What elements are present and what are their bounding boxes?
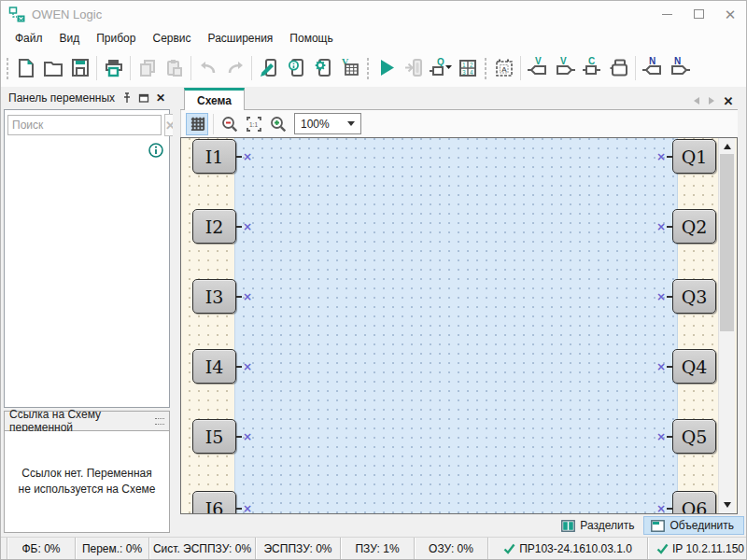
- network-input-button[interactable]: N: [639, 54, 666, 82]
- toolbar-drag-handle[interactable]: [6, 57, 9, 79]
- input-block[interactable]: I4: [192, 349, 236, 384]
- copy-button[interactable]: [134, 54, 161, 82]
- maximize-button[interactable]: [683, 2, 714, 26]
- input-block[interactable]: I2: [192, 209, 236, 244]
- title-bar: OWEN Logic ✕: [1, 1, 746, 27]
- print-button[interactable]: [100, 54, 127, 82]
- undo-button[interactable]: [194, 54, 221, 82]
- schema-grid-area[interactable]: [234, 138, 678, 513]
- output-block[interactable]: Q5: [672, 419, 716, 454]
- output-block[interactable]: Q4: [672, 349, 716, 384]
- panel-close-icon[interactable]: ✕: [152, 90, 169, 106]
- tab-scroll-left-icon[interactable]: [689, 92, 704, 109]
- zoom-reset-button[interactable]: 1:1: [243, 113, 265, 135]
- input-variable-button[interactable]: V: [524, 54, 551, 82]
- redo-button[interactable]: [221, 54, 248, 82]
- paste-button[interactable]: [161, 54, 188, 82]
- menu-view[interactable]: Вид: [51, 29, 89, 48]
- online-edit-button[interactable]: [255, 54, 282, 82]
- menu-help[interactable]: Помощь: [281, 29, 341, 48]
- zoom-out-button[interactable]: [218, 113, 241, 135]
- variables-list-empty-area[interactable]: [5, 161, 169, 407]
- new-project-button[interactable]: [12, 54, 39, 82]
- menu-extensions[interactable]: Расширения: [200, 29, 282, 48]
- main-toolbar: V Q 1234 A V V C N N: [1, 49, 746, 87]
- connection-point-icon[interactable]: ×: [655, 503, 667, 514]
- minimize-button[interactable]: [651, 2, 683, 26]
- output-block[interactable]: Q2: [672, 209, 716, 244]
- device-io-button[interactable]: [605, 54, 632, 82]
- output-block[interactable]: Q3: [672, 279, 716, 314]
- menu-device[interactable]: Прибор: [88, 29, 144, 48]
- toolbar-drag-handle[interactable]: [366, 57, 370, 79]
- svg-text:3: 3: [462, 69, 466, 76]
- status-cell: Перем.: 0%: [76, 538, 149, 559]
- connection-point-icon[interactable]: ×: [242, 151, 253, 162]
- zoom-out-icon: [220, 115, 239, 133]
- search-input[interactable]: [7, 115, 162, 135]
- connection-point-icon[interactable]: ×: [242, 361, 253, 372]
- canvas-scrollbar[interactable]: [718, 138, 735, 513]
- connection-point-icon[interactable]: ×: [242, 291, 253, 302]
- svg-text:N: N: [649, 57, 655, 66]
- device-settings-button[interactable]: [309, 54, 336, 82]
- tab-scroll-right-icon[interactable]: [704, 92, 719, 109]
- app-window: OWEN Logic ✕ ФайлВидПриборСервисРасширен…: [1, 1, 746, 559]
- constant-block-button[interactable]: C: [578, 54, 605, 82]
- io-row-input: I1×: [192, 139, 253, 174]
- input-block[interactable]: I5: [192, 419, 236, 454]
- zoom-in-button[interactable]: [267, 113, 289, 135]
- split-view-button[interactable]: Разделить: [555, 516, 643, 535]
- split-view-icon: [561, 520, 575, 532]
- connection-point-icon[interactable]: ×: [655, 291, 667, 302]
- panel-splitter[interactable]: [173, 87, 180, 537]
- output-block-menu-button[interactable]: Q: [427, 54, 454, 82]
- connection-point-icon[interactable]: ×: [242, 221, 253, 232]
- zoom-level-select[interactable]: 100%: [294, 113, 361, 134]
- run-simulation-button[interactable]: [373, 54, 400, 82]
- tab-schema[interactable]: Схема: [184, 88, 245, 110]
- connection-point-icon[interactable]: ×: [655, 431, 667, 442]
- close-button[interactable]: ✕: [714, 2, 746, 26]
- save-icon: [69, 57, 92, 79]
- pin-icon[interactable]: [119, 90, 135, 106]
- toggle-grid-button[interactable]: [186, 113, 208, 135]
- paste-icon: [163, 57, 186, 79]
- info-icon[interactable]: [148, 142, 164, 161]
- schedule-button[interactable]: A: [490, 54, 517, 82]
- menu-service[interactable]: Сервис: [144, 29, 199, 48]
- svg-text:C: C: [588, 57, 595, 66]
- connection-point-icon[interactable]: ×: [242, 431, 253, 442]
- menu-bar: ФайлВидПриборСервисРасширенияПомощь: [1, 27, 746, 49]
- open-project-button[interactable]: [39, 54, 66, 82]
- output-block[interactable]: Q1: [672, 139, 716, 174]
- reference-panel-grip[interactable]: [155, 418, 164, 425]
- save-project-button[interactable]: [66, 54, 93, 82]
- input-block[interactable]: I1: [192, 139, 236, 174]
- connection-point-icon[interactable]: ×: [655, 221, 667, 232]
- connection-point-icon[interactable]: ×: [242, 503, 253, 514]
- merge-view-button[interactable]: Объединить: [643, 516, 744, 535]
- network-output-button[interactable]: N: [666, 54, 693, 82]
- values-format-button[interactable]: 1234: [454, 54, 481, 82]
- connection-point-icon[interactable]: ×: [655, 361, 667, 372]
- schema-canvas[interactable]: I1×I2×I3×I4×I5×I6××Q1×Q2×Q3×Q4×Q5×Q6: [180, 137, 738, 514]
- input-block[interactable]: I3: [192, 279, 236, 314]
- device-information-button[interactable]: [282, 54, 309, 82]
- input-block[interactable]: I6: [192, 491, 236, 514]
- upload-to-device-button[interactable]: [400, 54, 427, 82]
- toolbar-drag-handle[interactable]: [484, 57, 487, 79]
- menu-file[interactable]: Файл: [7, 29, 51, 48]
- io-row-input: I2×: [192, 209, 253, 244]
- scroll-up-icon[interactable]: [719, 138, 735, 154]
- status-cell-label: ЭСППЗУ: 0%: [263, 542, 331, 555]
- tab-close-icon[interactable]: ✕: [719, 92, 738, 109]
- output-block[interactable]: Q6: [672, 491, 716, 514]
- scroll-down-icon[interactable]: [719, 497, 735, 513]
- pencil-device-icon: [258, 57, 280, 79]
- output-variable-button[interactable]: V: [551, 54, 578, 82]
- float-window-icon[interactable]: [135, 90, 152, 106]
- scrollbar-thumb[interactable]: [720, 154, 734, 331]
- connection-point-icon[interactable]: ×: [655, 151, 667, 162]
- variables-table-button[interactable]: V: [336, 54, 363, 82]
